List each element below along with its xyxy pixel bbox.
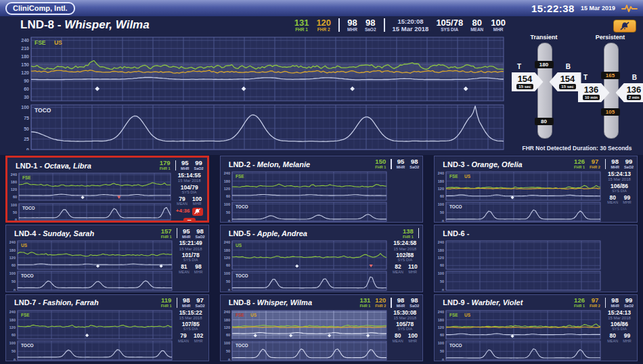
panel-body: 24018012060FSE 100500TOCO xyxy=(221,170,423,222)
persistent-upper-limit[interactable]: 165 xyxy=(601,72,620,79)
persistent-lower-limit[interactable]: 105 xyxy=(601,108,620,116)
transient-lower-limit[interactable]: 80 xyxy=(535,118,554,125)
alarm-silence-button[interactable] xyxy=(613,20,636,32)
bp-time: 15:30:08 xyxy=(393,310,416,316)
toco-reference-button[interactable]: T xyxy=(183,218,196,223)
bp-time: 15:24:58 xyxy=(393,240,416,246)
panel-header: LND-5 - Apple, Andrea 138FHR 1 xyxy=(221,225,423,240)
patient-panel-lnd-2[interactable]: LND-2 - Melon, Melanie 150FHR 1 95MHR 98… xyxy=(220,156,424,223)
panel-fhr-chart: 24018012060FSEUS xyxy=(436,171,602,202)
panel-toco-chart: 100500TOCO xyxy=(7,340,173,361)
mhr-value: 98 xyxy=(183,297,190,304)
transient-upper-limit[interactable]: 180 xyxy=(535,61,554,68)
svg-text:50: 50 xyxy=(226,280,230,284)
system-clock: 15:22:38 xyxy=(531,3,575,14)
panel-header: LND-6 - xyxy=(435,225,637,240)
patient-panel-lnd-6[interactable]: LND-6 - 24018012060 100500 xyxy=(434,225,638,292)
panel-vitals: 157FHR 1 95MHR 98SaO2 xyxy=(161,228,205,240)
svg-text:FSE: FSE xyxy=(21,312,30,317)
bp-time: 15:14:55 xyxy=(178,173,201,179)
svg-text:US: US xyxy=(464,174,471,179)
svg-text:50: 50 xyxy=(12,349,16,353)
svg-text:US: US xyxy=(464,312,471,317)
panel-charts: 24018012060FSEUS 100500TOCO xyxy=(435,170,602,222)
clinicomp-logo[interactable]: CliniComp, Intl. xyxy=(5,2,75,15)
panel-toco-chart: 100500TOCO xyxy=(7,271,173,292)
patient-panel-lnd-5[interactable]: LND-5 - Apple, Andrea 138FHR 1 240180120… xyxy=(220,225,424,292)
mean-value: 79 xyxy=(179,196,185,202)
svg-text:60: 60 xyxy=(226,333,230,337)
mean-value: 80 xyxy=(609,333,615,339)
svg-text:120: 120 xyxy=(9,325,16,329)
patient-panel-lnd-4[interactable]: LND-4 - Sunday, Sarah 157FHR 1 95MHR 98S… xyxy=(5,225,209,292)
transient-title: Transient xyxy=(511,34,577,41)
main-patient-title: LND-8 - Whisper, Wilma xyxy=(20,18,150,32)
divider xyxy=(177,298,178,308)
panel-body: 24018012060FSEUS 100500TOCO 15:24:13 15 … xyxy=(435,170,637,222)
patient-panel-lnd-9[interactable]: LND-9 - Warbler, Violet 126FHR 1 97FHR 2… xyxy=(434,294,638,361)
panel-sidebar: 15:21:49 15 Mar 2018 101/78 SYS DIA 81ME… xyxy=(173,240,208,291)
divider xyxy=(338,18,340,32)
panel-patient-name: Sunday, Sarah xyxy=(43,229,94,237)
panel-bed-id: LND-4 - xyxy=(14,229,41,237)
svg-text:100: 100 xyxy=(223,340,229,344)
alarm-muted-icon[interactable] xyxy=(192,208,203,216)
sao2-value: 98 xyxy=(365,18,375,27)
main-bed-id: LND-8 - xyxy=(20,18,61,31)
persistent-brady-setting[interactable]: 136 2 min xyxy=(616,83,643,102)
panel-bed-id: LND-9 - xyxy=(443,298,469,306)
bp-label: SYS DIA xyxy=(182,191,197,195)
divider xyxy=(605,159,606,169)
main-patient-display: LND-8 - Whisper, Wilma 131FHR 1 120FHR 2… xyxy=(0,16,511,155)
patient-panel-lnd-3[interactable]: LND-3 - Orange, Ofelia 126FHR 1 97FHR 2 … xyxy=(434,156,638,223)
alarm-timer: +4:36 xyxy=(176,208,190,214)
svg-text:TOCO: TOCO xyxy=(236,273,248,278)
patient-panel-lnd-8[interactable]: LND-8 - Whisper, Wilma 131FHR 1 120FHR 2… xyxy=(220,294,424,361)
mean-mhr-row xyxy=(617,243,621,244)
heartbeat-icon[interactable] xyxy=(621,3,638,14)
title-bar: CliniComp, Intl. 15:22:38 15 Mar 2019 xyxy=(0,0,643,16)
svg-text:60: 60 xyxy=(13,195,17,199)
bp-date: 15 Mar 2018 xyxy=(179,316,202,320)
svg-text:FSE: FSE xyxy=(449,312,458,317)
svg-text:50: 50 xyxy=(440,349,444,353)
panel-sidebar xyxy=(387,170,422,222)
panel-title: LND-4 - Sunday, Sarah xyxy=(14,229,94,237)
panel-charts: 24018012060FSE 100500TOCO xyxy=(6,309,173,361)
divider xyxy=(418,228,420,238)
patient-panel-lnd-7[interactable]: LND-7 - Fashion, Farrah 119FHR 1 98MHR 9… xyxy=(5,294,209,361)
bp-label: SYS DIA xyxy=(612,327,627,332)
fhr2-value: 97 xyxy=(592,297,599,304)
panel-vitals: 131FHR 1 120FHR 2 98MHR 98SaO2 xyxy=(359,297,419,309)
svg-text:0: 0 xyxy=(228,358,230,361)
panel-fhr-chart: 24018012060 xyxy=(436,240,602,271)
mean-mhr-row: 80MEAN 99MHR xyxy=(607,333,631,343)
fhr1-value: 119 xyxy=(161,297,171,304)
transient-alarm-slider: Transient 180 80 T B 154 15 sec 154 15 s… xyxy=(511,34,577,150)
mean-mhr-row xyxy=(403,174,407,175)
panel-fhr-chart: 24018012060US xyxy=(7,240,173,271)
svg-text:0: 0 xyxy=(14,288,16,291)
panel-toco-chart: 100500TOCO xyxy=(222,271,388,292)
patient-panel-lnd-1[interactable]: LND-1 - Octava, Libra 179FHR 1 95MHR 99S… xyxy=(5,156,209,223)
panel-charts: 24018012060FSE 100500TOCO xyxy=(221,170,388,222)
svg-text:100: 100 xyxy=(438,271,444,275)
bp-date: 15 Mar 2018 xyxy=(393,316,416,320)
mhr-value: 98 xyxy=(611,297,619,304)
sao2-value: 97 xyxy=(196,297,204,304)
transient-brady-setting[interactable]: 154 15 sec xyxy=(550,72,581,91)
mean-mhr-row: 80MEAN 100MHR xyxy=(393,333,418,343)
svg-text:240: 240 xyxy=(223,310,229,314)
panel-sidebar: 15:24:58 15 Mar 2018 102/88 SYS DIA 82ME… xyxy=(387,240,422,291)
sao2-value: 98 xyxy=(411,297,418,304)
panel-title: LND-6 - xyxy=(443,229,469,237)
fhr1-value: 131 xyxy=(294,18,309,27)
bp-label: SYS DIA xyxy=(397,258,412,263)
mean-mhr-row: 79MEAN 100MHR xyxy=(177,196,202,206)
panel-toco-chart: 100500TOCO xyxy=(436,202,602,223)
svg-text:TOCO: TOCO xyxy=(449,204,462,209)
panel-charts: 24018012060FSEUS 100500TOCO xyxy=(221,309,388,361)
sao2-value: 99 xyxy=(625,297,633,304)
fhr1-value: 157 xyxy=(161,228,172,235)
bp-date: 15 Mar 2018 xyxy=(179,247,202,251)
